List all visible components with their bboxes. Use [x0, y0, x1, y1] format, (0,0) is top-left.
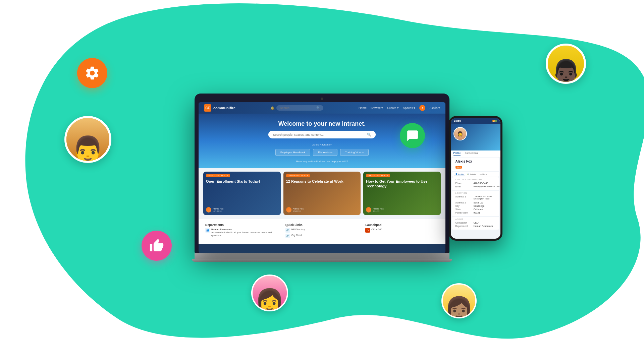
bell-icon[interactable]: 🔔 [270, 106, 274, 110]
laptop-camera [321, 98, 323, 100]
chat-icon [406, 129, 419, 142]
phone-phone-row: Phone 446-333-5445 [455, 182, 496, 184]
launch-office365[interactable]: O Office 365 [365, 228, 439, 233]
nav-logo: CF communifire [204, 104, 235, 112]
logo-icon: CF [204, 104, 211, 112]
nav-create[interactable]: Create ▾ [387, 106, 399, 110]
tab-connections[interactable]: Connections [465, 152, 478, 156]
logo-text: communifire [213, 106, 235, 110]
person-avatar-top-right: 👨🏿 [548, 46, 584, 82]
phone-occupation-row: Occupation CEO [455, 222, 496, 224]
phone-location-title: LOCATION [455, 192, 496, 194]
hero-search-bar[interactable]: 🔍 [268, 131, 376, 138]
card-open-enrollment[interactable]: HUMAN RESOURCES Open Enrollment Starts T… [203, 172, 281, 215]
hero-search-input[interactable] [273, 133, 365, 136]
nav-spaces[interactable]: Spaces ▾ [403, 106, 416, 110]
office365-icon: O [365, 228, 370, 233]
float-person-bottom-center: 👩 [251, 275, 288, 311]
card-title-2: 12 Reasons to Celebrate at Work [286, 179, 358, 184]
card-author-name-1: Alexis Fox 11/1/2018 [213, 207, 223, 212]
card-tag-2: HUMAN RESOURCES [286, 174, 310, 177]
nav-home[interactable]: Home [359, 106, 367, 110]
float-person-top-right: 👨🏿 [546, 44, 586, 84]
nav-search-input[interactable] [280, 106, 315, 110]
card-author-name-3: Alexis Fox 9/01/13 [373, 207, 383, 212]
intranet-bottom: Departments 👥 Human Resources A space de… [199, 219, 445, 244]
card-avatar-1 [206, 207, 211, 213]
laptop-base [195, 253, 449, 259]
btn-employee-handbook[interactable]: Employee Handbook [275, 149, 310, 156]
tab-profile[interactable]: Profile [453, 152, 461, 156]
card-author-2: Alexis Fox 9/8/2018 [286, 207, 304, 213]
nav-avatar[interactable]: A [419, 105, 425, 111]
phone-state-row: State California [455, 208, 496, 210]
phone-value-dept: Human Resources [474, 225, 493, 227]
dept-icon: 👥 [205, 228, 210, 233]
card-avatar-3 [366, 207, 371, 213]
card-celebrate[interactable]: HUMAN RESOURCES 12 Reasons to Celebrate … [283, 172, 361, 215]
phone-value-email: noreply@axerosolutions.com [474, 185, 499, 188]
quick-links-title: Quick Links [285, 223, 359, 227]
link-hr-directory[interactable]: 🔗 HR Directory [285, 228, 359, 233]
dept-hr[interactable]: 👥 Human Resources A space dedicated to a… [205, 228, 279, 237]
card-title-1: Open Enrollment Starts Today! [206, 179, 278, 184]
phone-value-phone: 446-333-5445 [474, 182, 488, 184]
phone-label-addr2: Address 2 [455, 201, 472, 204]
gear-icon [84, 65, 100, 81]
person-circle-bottom-center: 👩 [251, 275, 288, 311]
like-circle [142, 231, 172, 261]
btn-discussions[interactable]: Discussions [313, 149, 337, 156]
phone-contact-title: CONTACT INFORMATION [455, 179, 496, 181]
gear-circle [77, 58, 107, 88]
intranet-navbar: CF communifire 🔔 🔍 Home Browse ▾ Create [199, 102, 445, 114]
person-avatar-bottom-right: 👩🏽 [443, 285, 475, 317]
card-avatar-2 [286, 207, 291, 213]
phone-value-state: California [474, 208, 484, 210]
phone-time: 10:58 [454, 119, 461, 122]
phone-label-email: Email [455, 185, 472, 188]
phone-label-addr1: Address 1 [455, 195, 472, 201]
nav-browse[interactable]: Browse ▾ [371, 106, 383, 110]
card-title-3: How to Get Your Employees to Use Technol… [366, 179, 438, 189]
phone-contact-section: CONTACT INFORMATION Phone 446-333-5445 E… [452, 177, 499, 190]
phone-status-bar: 10:58 📶🔋 [451, 118, 500, 124]
main-scene: CF communifire 🔔 🔍 Home Browse ▾ Create [0, 0, 644, 362]
card-technology[interactable]: HUMAN RESOURCES How to Get Your Employee… [363, 172, 441, 215]
phone: 10:58 📶🔋 👩 Profile Connections Alexis Fo… [449, 116, 502, 241]
phone-address2-row: Address 2 Suite 123 [455, 201, 496, 204]
phone-action-activity[interactable]: 📊 Activity [466, 173, 477, 176]
phone-label-state: State [455, 208, 472, 210]
phone-label-occupation: Occupation [455, 222, 472, 224]
nav-user[interactable]: Alexis ▾ [429, 106, 440, 110]
card-author-1: Alexis Fox 11/1/2018 [206, 207, 223, 213]
link-text-2: Org Chart [291, 234, 302, 237]
phone-address1-row: Address 1 123 West End South Smithington… [455, 195, 496, 201]
hero-question: Have a question that we can help you wit… [204, 160, 440, 163]
launchpad-section: Launchpad O Office 365 [363, 221, 441, 241]
person-circle-bottom-right: 👩🏽 [441, 283, 477, 318]
float-like [142, 231, 172, 261]
phone-action-profile[interactable]: 👤 Profile [454, 173, 465, 176]
float-person-bottom-right: 👩🏽 [441, 283, 477, 318]
dept-text: Human Resources A space dedicated to all… [211, 228, 279, 237]
laptop-foot [192, 259, 452, 262]
phone-value-addr1: 123 West End South Smithington Road [474, 195, 496, 201]
phone-value-addr2: Suite 123 [474, 201, 484, 204]
float-person-left: 👨 [64, 116, 111, 163]
phone-postal-row: Postal code 92121 [455, 212, 496, 214]
phone-label-city: City [455, 205, 472, 207]
phone-action-more[interactable]: ⋯ More [479, 173, 488, 176]
phone-action-tabs: 👤 Profile 📊 Activity ⋯ More [452, 172, 499, 177]
card-author-3: Alexis Fox 9/01/13 [366, 207, 383, 213]
launchpad-title: Launchpad [365, 223, 439, 227]
quick-links-section: Quick Links 🔗 HR Directory 🔗 Org Chart [283, 221, 361, 241]
phone-label-postal: Postal code [455, 212, 472, 214]
link-org-chart[interactable]: 🔗 Org Chart [285, 234, 359, 238]
btn-training-videos[interactable]: Training Videos [340, 149, 369, 156]
phone-user-name: Alexis Fox [455, 160, 496, 163]
phone-label-phone: Phone [455, 182, 472, 184]
nav-search[interactable]: 🔍 [276, 105, 323, 111]
card-tag-3: HUMAN RESOURCES [366, 174, 390, 177]
phone-status-icons: 📶🔋 [492, 120, 497, 122]
thumbs-up-icon [149, 238, 164, 253]
